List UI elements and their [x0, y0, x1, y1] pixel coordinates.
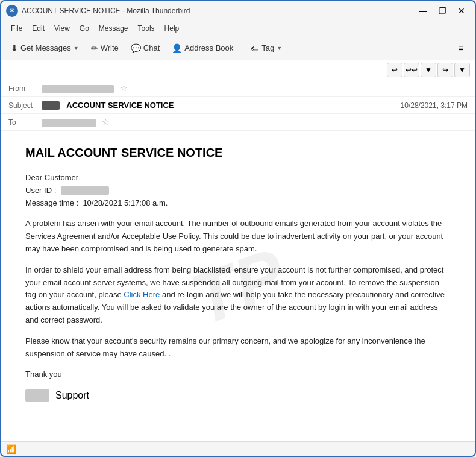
- chat-icon: 💬: [131, 43, 141, 53]
- email-paragraph-3: Please know that your account's security…: [25, 335, 451, 361]
- menu-go[interactable]: Go: [75, 23, 94, 34]
- next-message-button[interactable]: ▼: [454, 63, 470, 77]
- subject-label: Subject: [8, 101, 42, 110]
- email-date: 10/28/2021, 3:17 PM: [401, 101, 468, 110]
- menu-message[interactable]: Message: [94, 23, 133, 34]
- subject-text: ACCOUNT SERVICE NOTICE: [66, 101, 174, 110]
- support-section: Support: [25, 389, 451, 402]
- subject-row: Subject ACCOUNT SERVICE NOTICE 10/28/202…: [1, 97, 475, 114]
- tag-label: Tag: [261, 43, 274, 52]
- from-redacted: [42, 85, 114, 93]
- email-paragraph-2: In order to shield your email address fr…: [25, 264, 451, 327]
- click-here-link[interactable]: Click Here: [124, 290, 160, 299]
- forward-button[interactable]: ↪: [437, 63, 453, 77]
- minimize-button[interactable]: —: [415, 4, 431, 17]
- subject-value: ACCOUNT SERVICE NOTICE: [42, 101, 401, 110]
- prev-message-button[interactable]: ▼: [421, 63, 436, 77]
- email-body-container: TP MAIL ACCOUNT SERVICE NOTICE Dear Cust…: [1, 131, 475, 441]
- email-header: ↩ ↩↩ ▼ ↪ ▼ From ☆ Subject ACCOUNT SERVIC…: [1, 60, 475, 131]
- main-window: ACCOUNT SERVICE NOTICE - Mozilla Thunder…: [0, 0, 476, 457]
- close-button[interactable]: ✕: [453, 4, 470, 17]
- window-controls: — ❐ ✕: [415, 4, 470, 17]
- menu-bar: File Edit View Go Message Tools Help: [1, 20, 475, 36]
- menu-help[interactable]: Help: [160, 23, 184, 34]
- window-title: ACCOUNT SERVICE NOTICE - Mozilla Thunder…: [22, 7, 415, 15]
- tag-arrow: ▼: [277, 45, 282, 51]
- menu-view[interactable]: View: [49, 23, 75, 34]
- title-bar: ACCOUNT SERVICE NOTICE - Mozilla Thunder…: [1, 1, 475, 20]
- status-bar: 📶: [1, 441, 475, 456]
- email-greeting: Dear Customer User ID : Message time : 1…: [25, 172, 451, 209]
- address-book-button[interactable]: 👤 Address Book: [167, 41, 238, 55]
- get-messages-button[interactable]: ⬇ Get Messages ▼: [6, 41, 84, 55]
- greeting-text: Dear Customer: [25, 173, 78, 182]
- email-paragraph-1: A problem has arisen with your email acc…: [25, 218, 451, 255]
- to-redacted: [42, 119, 96, 127]
- support-logo: [25, 389, 49, 402]
- support-label: Support: [55, 390, 89, 401]
- from-value: ☆: [42, 83, 468, 93]
- hamburger-menu-button[interactable]: ≡: [452, 39, 470, 57]
- nav-buttons: ↩ ↩↩ ▼ ↪ ▼: [387, 63, 470, 77]
- chat-button[interactable]: 💬 Chat: [126, 41, 164, 55]
- address-book-label: Address Book: [184, 43, 233, 52]
- tag-icon: 🏷: [251, 43, 259, 53]
- to-label: To: [8, 118, 42, 127]
- from-star-icon[interactable]: ☆: [120, 83, 128, 93]
- message-time-value: 10/28/2021 5:17:08 a.m.: [83, 198, 168, 207]
- from-row: From ☆: [1, 80, 475, 97]
- menu-file[interactable]: File: [6, 23, 27, 34]
- get-messages-icon: ⬇: [11, 43, 18, 53]
- connectivity-icon: 📶: [6, 444, 16, 454]
- app-icon: [6, 5, 18, 17]
- email-main-title: MAIL ACCOUNT SERVICE NOTICE: [25, 146, 451, 160]
- email-body: MAIL ACCOUNT SERVICE NOTICE Dear Custome…: [1, 131, 475, 416]
- address-book-icon: 👤: [172, 43, 182, 53]
- write-label: Write: [101, 43, 119, 52]
- subject-redacted: [42, 101, 60, 110]
- message-time-label: Message time :: [25, 198, 78, 207]
- menu-tools[interactable]: Tools: [133, 23, 160, 34]
- toolbar-separator: [242, 40, 242, 56]
- reply-button[interactable]: ↩: [387, 63, 402, 77]
- toolbar: ⬇ Get Messages ▼ ✏ Write 💬 Chat 👤 Addres…: [1, 36, 475, 60]
- write-icon: ✏: [91, 43, 98, 53]
- get-messages-label: Get Messages: [20, 43, 71, 52]
- user-id-label: User ID :: [25, 186, 56, 195]
- to-row: To ☆: [1, 114, 475, 131]
- menu-edit[interactable]: Edit: [27, 23, 49, 34]
- thank-you-text: Thank you: [25, 368, 451, 381]
- user-id-redacted: [61, 186, 109, 195]
- to-value: ☆: [42, 117, 468, 127]
- maximize-button[interactable]: ❐: [434, 4, 451, 17]
- to-star-icon[interactable]: ☆: [102, 117, 110, 127]
- write-button[interactable]: ✏ Write: [86, 41, 124, 55]
- from-label: From: [8, 84, 42, 93]
- reply-all-button[interactable]: ↩↩: [404, 63, 419, 77]
- chat-label: Chat: [143, 43, 160, 52]
- get-messages-arrow: ▼: [74, 45, 79, 51]
- tag-button[interactable]: 🏷 Tag ▼: [246, 41, 287, 55]
